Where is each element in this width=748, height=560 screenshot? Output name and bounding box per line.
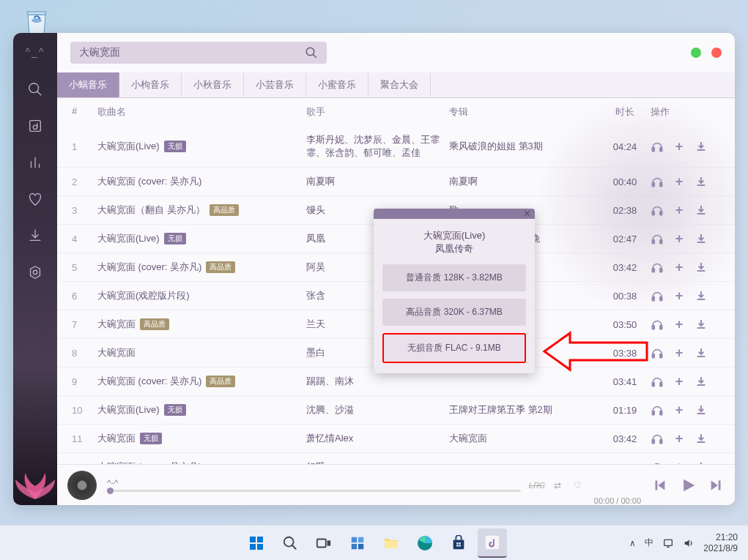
add-icon[interactable]: + bbox=[673, 140, 686, 153]
add-icon[interactable]: + bbox=[673, 375, 686, 388]
svg-point-1 bbox=[29, 83, 39, 93]
download-icon[interactable] bbox=[695, 403, 708, 417]
quality-128k-button[interactable]: 普通音质 128K - 3.82MB bbox=[382, 264, 526, 291]
stats-icon[interactable] bbox=[27, 154, 43, 171]
listen-icon[interactable] bbox=[651, 460, 664, 464]
download-icon[interactable] bbox=[695, 460, 708, 464]
tab-xiaomi[interactable]: 小蜜音乐 bbox=[306, 72, 369, 97]
download-icon[interactable] bbox=[695, 175, 708, 188]
next-button[interactable] bbox=[708, 477, 725, 493]
tab-xiaogou[interactable]: 小枸音乐 bbox=[119, 72, 182, 97]
add-icon[interactable]: + bbox=[673, 232, 686, 245]
tray-overflow-icon[interactable]: ∧ bbox=[629, 538, 636, 548]
close-button[interactable] bbox=[711, 48, 722, 58]
listen-icon[interactable] bbox=[651, 432, 664, 445]
prev-button[interactable] bbox=[651, 477, 667, 493]
quality-badge: 无损 bbox=[164, 404, 186, 416]
add-icon[interactable]: + bbox=[673, 175, 686, 188]
favorites-icon[interactable] bbox=[27, 191, 43, 207]
add-icon[interactable]: + bbox=[673, 261, 686, 274]
download-icon[interactable] bbox=[695, 232, 708, 245]
tab-xiaowo[interactable]: 小蜗音乐 bbox=[57, 72, 119, 97]
add-icon[interactable]: + bbox=[673, 403, 686, 417]
album-disc[interactable] bbox=[67, 471, 97, 500]
listen-icon[interactable] bbox=[651, 403, 664, 417]
song-row[interactable]: 10 大碗宽面(Live)无损 沈腾、沙溢 王牌对王牌第五季 第2期 01:19… bbox=[57, 396, 735, 425]
add-icon[interactable]: + bbox=[673, 204, 686, 217]
download-icon[interactable] bbox=[695, 204, 708, 217]
svg-rect-41 bbox=[660, 411, 662, 415]
svg-rect-43 bbox=[652, 440, 654, 444]
network-icon[interactable] bbox=[662, 537, 674, 549]
listen-icon[interactable] bbox=[651, 346, 664, 359]
svg-rect-20 bbox=[660, 212, 662, 215]
tab-xiaoyun[interactable]: 小芸音乐 bbox=[244, 72, 306, 97]
taskbar-search-icon[interactable] bbox=[275, 529, 305, 558]
quality-320k-button[interactable]: 高品音质 320K - 6.37MB bbox=[382, 299, 526, 326]
download-icon[interactable] bbox=[695, 375, 708, 388]
col-index: # bbox=[72, 105, 97, 119]
main-content: 小蜗音乐 小枸音乐 小秋音乐 小芸音乐 小蜜音乐 聚合大会 # 歌曲名 歌手 专… bbox=[57, 33, 735, 505]
song-artist: 南夏啊 bbox=[306, 175, 449, 188]
song-row[interactable]: 2 大碗宽面 (cover: 吴亦凡) 南夏啊 南夏啊 00:40 + bbox=[57, 168, 735, 196]
add-icon[interactable]: + bbox=[673, 289, 686, 302]
widgets-icon[interactable] bbox=[343, 529, 372, 558]
listen-icon[interactable] bbox=[651, 318, 664, 331]
library-icon[interactable] bbox=[27, 118, 43, 134]
svg-rect-19 bbox=[652, 212, 654, 215]
download-icon[interactable] bbox=[695, 346, 708, 359]
file-explorer-icon[interactable] bbox=[377, 529, 406, 558]
add-icon[interactable]: + bbox=[673, 460, 686, 464]
svg-rect-69 bbox=[485, 535, 498, 548]
song-row[interactable]: 12 大碗宽面 (cover: 吴亦凡) 幻爵 03:36 + bbox=[57, 453, 735, 464]
listen-icon[interactable] bbox=[651, 232, 664, 245]
download-icon[interactable] bbox=[695, 432, 708, 445]
volume-icon[interactable] bbox=[683, 537, 695, 549]
minimize-button[interactable] bbox=[691, 48, 701, 58]
settings-icon[interactable] bbox=[27, 264, 43, 280]
download-icon[interactable] bbox=[695, 140, 708, 153]
music-app-taskbar-icon[interactable] bbox=[478, 529, 507, 558]
svg-rect-59 bbox=[358, 537, 363, 542]
lyrics-icon[interactable]: LRC bbox=[531, 479, 543, 491]
listen-icon[interactable] bbox=[651, 204, 664, 217]
listen-icon[interactable] bbox=[651, 175, 664, 188]
edge-icon[interactable] bbox=[410, 529, 440, 558]
svg-rect-18 bbox=[697, 184, 706, 186]
downloads-icon[interactable] bbox=[27, 228, 43, 244]
store-icon[interactable] bbox=[444, 529, 473, 558]
ime-indicator[interactable]: 中 bbox=[645, 537, 653, 549]
svg-rect-35 bbox=[660, 354, 662, 358]
listen-icon[interactable] bbox=[651, 375, 664, 388]
listen-icon[interactable] bbox=[651, 261, 664, 274]
download-icon[interactable] bbox=[695, 318, 708, 331]
song-row[interactable]: 1 大碗宽面(Live)无损 李斯丹妮、沈梦辰、金晨、王霏霏、张含韵、郁可唯、孟… bbox=[57, 126, 735, 168]
add-icon[interactable]: + bbox=[673, 346, 686, 359]
search-icon[interactable] bbox=[305, 46, 318, 59]
download-icon[interactable] bbox=[695, 261, 708, 274]
task-view-icon[interactable] bbox=[309, 529, 338, 558]
svg-rect-70 bbox=[664, 540, 673, 545]
svg-rect-14 bbox=[660, 148, 662, 152]
search-input[interactable] bbox=[79, 47, 305, 59]
add-icon[interactable]: + bbox=[673, 318, 686, 331]
search-tab-icon[interactable] bbox=[27, 81, 43, 97]
progress-bar[interactable] bbox=[107, 490, 521, 492]
svg-point-54 bbox=[284, 537, 293, 546]
listen-icon[interactable] bbox=[651, 140, 664, 153]
listen-icon[interactable] bbox=[651, 289, 664, 302]
start-button[interactable] bbox=[242, 529, 271, 558]
tab-aggregate[interactable]: 聚合大会 bbox=[369, 72, 431, 97]
shuffle-icon[interactable]: ⇄ bbox=[552, 479, 563, 491]
row-index: 6 bbox=[72, 291, 97, 302]
add-icon[interactable]: + bbox=[673, 432, 686, 445]
playback-controls bbox=[651, 475, 725, 496]
clock[interactable]: 21:20 2021/8/9 bbox=[703, 532, 738, 553]
modal-close-icon[interactable]: × bbox=[524, 208, 530, 220]
song-row[interactable]: 11 大碗宽面无损 萧忆情Alex 大碗宽面 03:42 + bbox=[57, 425, 735, 453]
quality-flac-button[interactable]: 无损音质 FLAC - 9.1MB bbox=[382, 333, 526, 363]
download-icon[interactable] bbox=[695, 289, 708, 302]
play-button[interactable] bbox=[678, 475, 698, 496]
like-icon[interactable]: ♡ bbox=[572, 479, 584, 491]
tab-xiaoqiu[interactable]: 小秋音乐 bbox=[182, 72, 244, 97]
